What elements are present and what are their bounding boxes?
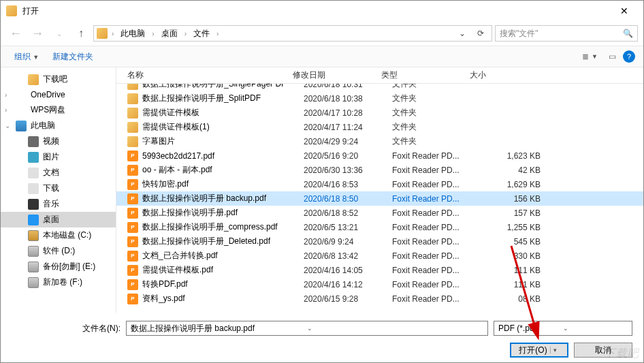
sidebar-item[interactable]: 软件 (D:) bbox=[1, 243, 116, 259]
help-button[interactable]: ? bbox=[623, 50, 635, 63]
app-icon bbox=[6, 5, 17, 16]
file-size: 111 KB bbox=[481, 266, 549, 275]
nav-back-button[interactable]: ← bbox=[6, 24, 25, 43]
file-type: Foxit Reader PD... bbox=[392, 280, 481, 289]
sidebar-item[interactable]: 音乐 bbox=[1, 196, 116, 212]
file-row[interactable]: 字幕图片2020/4/29 9:24文件夹 bbox=[116, 134, 643, 148]
file-size: 1,623 KB bbox=[481, 151, 549, 161]
file-type: 文件夹 bbox=[392, 136, 481, 147]
chevron-down-icon[interactable]: ⌄ bbox=[307, 325, 483, 332]
column-type-header[interactable]: 类型 bbox=[381, 69, 470, 81]
sidebar-item-label: 文档 bbox=[43, 167, 59, 178]
sidebar-item-icon bbox=[28, 246, 39, 257]
sidebar-item-label: 此电脑 bbox=[31, 120, 55, 131]
file-type: 文件夹 bbox=[392, 93, 481, 104]
file-row[interactable]: Poo - 副本 - 副本.pdf2020/6/30 13:36Foxit Re… bbox=[116, 163, 643, 177]
pdf-icon: P bbox=[127, 222, 138, 233]
filename-label: 文件名(N): bbox=[12, 323, 120, 334]
breadcrumb-dropdown-button[interactable]: ⌄ bbox=[455, 29, 470, 38]
file-type: Foxit Reader PD... bbox=[392, 294, 481, 304]
breadcrumb-item[interactable]: 文件 bbox=[191, 27, 212, 41]
dialog-footer: 文件名(N): 数据上报操作说明手册 backup.pdf ⌄ PDF (*.p… bbox=[1, 313, 643, 360]
file-type: Foxit Reader PD... bbox=[392, 208, 481, 218]
file-row[interactable]: P文档_已合并转换.pdf2020/6/8 13:42Foxit Reader … bbox=[116, 249, 643, 263]
file-size: 08 KB bbox=[481, 294, 549, 304]
filename-input[interactable]: 数据上报操作说明手册 backup.pdf ⌄ bbox=[126, 321, 488, 336]
nav-up-button[interactable]: ↑ bbox=[71, 24, 91, 43]
refresh-button[interactable]: ⟳ bbox=[472, 29, 489, 38]
tree-expand-icon[interactable]: › bbox=[5, 91, 12, 99]
file-row[interactable]: 需提供证件模板(1)2020/4/17 11:24文件夹 bbox=[116, 120, 643, 134]
nav-recent-button[interactable]: ⌄ bbox=[50, 24, 69, 43]
view-options-button[interactable]: ≣ ▼ bbox=[578, 49, 602, 64]
sidebar-item[interactable]: 下载 bbox=[1, 180, 116, 196]
sidebar-item[interactable]: ›OneDrive bbox=[1, 87, 116, 102]
file-name: 数据上报操作说明手册_SplitPDF bbox=[142, 93, 304, 104]
tree-expand-icon[interactable]: ⌄ bbox=[5, 122, 12, 129]
file-row[interactable]: 数据上报操作说明手册_SplitPDF2020/6/18 10:38文件夹 bbox=[116, 91, 643, 106]
open-split-dropdown[interactable]: ▾ bbox=[550, 347, 560, 353]
column-size-header[interactable]: 大小 bbox=[470, 69, 538, 81]
column-name-header[interactable]: 名称 bbox=[116, 69, 293, 81]
file-name: 需提供证件模板(1) bbox=[142, 121, 304, 133]
open-button[interactable]: 打开(O)▾ bbox=[510, 343, 568, 358]
file-date: 2020/4/17 10:28 bbox=[304, 108, 392, 118]
file-name: 快转加密.pdf bbox=[142, 178, 304, 190]
sidebar-item-icon bbox=[28, 74, 39, 85]
title-bar: 打开 ✕ bbox=[1, 1, 643, 21]
folder-icon bbox=[127, 108, 138, 119]
file-row[interactable]: P转换PDF.pdf2020/4/16 14:12Foxit Reader PD… bbox=[116, 277, 643, 291]
sidebar-item[interactable]: ›WPS网盘 bbox=[1, 102, 116, 118]
file-size: 111 KB bbox=[481, 280, 549, 289]
sidebar-item-label: 软件 (D:) bbox=[43, 245, 75, 257]
file-row[interactable]: P资料_ys.pdf2020/6/15 9:28Foxit Reader PD.… bbox=[116, 291, 643, 306]
breadcrumb[interactable]: › 此电脑 › 桌面 › 文件 › ⌄ ⟳ bbox=[93, 25, 492, 42]
file-row[interactable]: P数据上报操作说明手册_Deleted.pdf2020/6/9 9:24Foxi… bbox=[116, 234, 643, 249]
folder-icon bbox=[127, 93, 138, 104]
nav-bar: ← → ⌄ ↑ › 此电脑 › 桌面 › 文件 › ⌄ ⟳ 搜索"文件" 🔍 bbox=[1, 21, 643, 46]
pdf-icon: P bbox=[127, 151, 138, 161]
file-name: oo - 副本 - 副本.pdf bbox=[142, 164, 304, 176]
breadcrumb-item[interactable]: 桌面 bbox=[159, 27, 180, 41]
search-input[interactable]: 搜索"文件" 🔍 bbox=[495, 25, 638, 42]
file-type-filter[interactable]: PDF (*.pdf) ⌄ bbox=[494, 321, 632, 336]
preview-pane-button[interactable]: ▭ bbox=[605, 49, 620, 64]
sidebar-item[interactable]: 新加卷 (F:) bbox=[1, 274, 116, 290]
breadcrumb-item[interactable]: 此电脑 bbox=[118, 27, 148, 41]
file-row[interactable]: P5993ecb2dd217.pdf2020/5/16 9:20Foxit Re… bbox=[116, 148, 643, 163]
file-row[interactable]: 数据上报操作说明手册_SinglePager DF2020/6/18 10:31… bbox=[116, 84, 643, 91]
sidebar-item[interactable]: 下载吧 bbox=[1, 72, 116, 87]
chevron-right-icon: › bbox=[215, 30, 220, 37]
file-row[interactable]: P需提供证件模板.pdf2020/4/16 14:05Foxit Reader … bbox=[116, 263, 643, 277]
sidebar-item[interactable]: 本地磁盘 (C:) bbox=[1, 227, 116, 243]
sidebar-item-label: 新加卷 (F:) bbox=[43, 277, 82, 288]
nav-forward-button[interactable]: → bbox=[28, 24, 47, 43]
sidebar-item[interactable]: 备份[勿删] (E:) bbox=[1, 259, 116, 274]
file-row[interactable]: P数据上报操作说明手册.pdf2020/6/18 8:52Foxit Reade… bbox=[116, 206, 643, 220]
sidebar-item-label: 音乐 bbox=[43, 198, 59, 210]
file-type: Foxit Reader PD... bbox=[392, 266, 481, 275]
new-folder-button[interactable]: 新建文件夹 bbox=[47, 48, 99, 65]
sidebar-item-label: OneDrive bbox=[31, 90, 65, 99]
file-type: Foxit Reader PD... bbox=[392, 165, 481, 175]
sidebar-item[interactable]: 视频 bbox=[1, 133, 116, 149]
file-row[interactable]: 需提供证件模板2020/4/17 10:28文件夹 bbox=[116, 106, 643, 120]
column-date-header[interactable]: 修改日期 bbox=[293, 69, 381, 81]
chevron-right-icon: › bbox=[183, 30, 188, 37]
file-row[interactable]: P数据上报操作说明手册_compress.pdf2020/6/5 13:21Fo… bbox=[116, 220, 643, 234]
cancel-button[interactable]: 取消 bbox=[574, 343, 632, 358]
sidebar-item[interactable]: 图片 bbox=[1, 149, 116, 165]
sidebar-item-icon bbox=[28, 152, 39, 163]
file-row[interactable]: P数据上报操作说明手册 backup.pdf2020/6/18 8:50Foxi… bbox=[116, 191, 643, 206]
folder-icon bbox=[127, 136, 138, 147]
tree-expand-icon[interactable]: › bbox=[5, 106, 12, 114]
folder-icon bbox=[127, 84, 138, 90]
close-button[interactable]: ✕ bbox=[611, 1, 638, 21]
sidebar-item[interactable]: 文档 bbox=[1, 165, 116, 180]
file-row[interactable]: P快转加密.pdf2020/4/16 8:53Foxit Reader PD..… bbox=[116, 177, 643, 191]
sidebar-item[interactable]: ⌄此电脑 bbox=[1, 118, 116, 133]
sidebar-item-icon bbox=[28, 183, 39, 194]
sidebar-item-label: 本地磁盘 (C:) bbox=[43, 230, 91, 241]
sidebar-item[interactable]: 桌面 bbox=[1, 212, 116, 227]
organize-button[interactable]: 组织 ▼ bbox=[9, 48, 44, 65]
